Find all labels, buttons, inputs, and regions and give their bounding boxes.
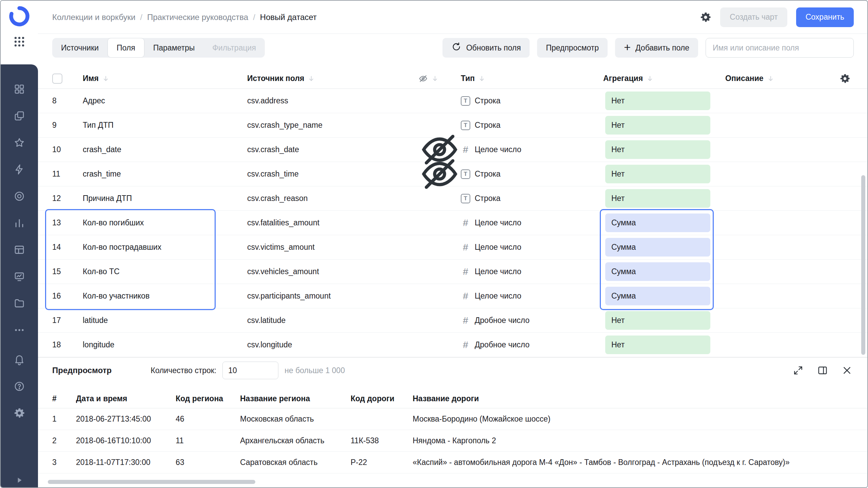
field-row[interactable]: 14Кол-во пострадавшихcsv.victims_amount#… bbox=[38, 235, 867, 260]
preview-cell: Москва-Бородино (Можайское шоссе) bbox=[413, 414, 857, 424]
number-type-icon: # bbox=[461, 266, 470, 277]
field-row[interactable]: 8Адресcsv.addressTСтрокаНет bbox=[38, 89, 867, 113]
help-icon[interactable] bbox=[14, 381, 25, 392]
column-header-name[interactable]: Имя bbox=[83, 74, 247, 83]
field-name[interactable]: Кол-во погибших bbox=[83, 218, 247, 227]
field-row[interactable]: 18longitudecsv.longitude#Дробное числоНе… bbox=[38, 333, 867, 357]
bar-chart-icon[interactable] bbox=[14, 217, 25, 229]
field-name[interactable]: Причина ДТП bbox=[83, 194, 247, 203]
table-grid-icon[interactable] bbox=[14, 244, 25, 256]
rows-count-label: Количество строк: bbox=[151, 366, 216, 375]
aggregation-select[interactable]: Нет bbox=[605, 165, 710, 183]
number-type-icon: # bbox=[461, 242, 470, 253]
expand-icon[interactable] bbox=[793, 365, 804, 376]
field-name[interactable]: Кол-во участников bbox=[83, 291, 247, 301]
field-name[interactable]: longitude bbox=[83, 340, 247, 349]
field-type[interactable]: TСтрока bbox=[461, 96, 603, 106]
datalens-logo-icon[interactable] bbox=[8, 5, 31, 28]
apps-grid-icon[interactable] bbox=[13, 35, 26, 48]
refresh-fields-button[interactable]: Обновить поля bbox=[442, 38, 530, 58]
preview-button-label: Предпросмотр bbox=[546, 43, 599, 53]
save-button[interactable]: Сохранить bbox=[796, 7, 854, 27]
field-name[interactable]: Тип ДТП bbox=[83, 121, 247, 130]
column-header-source[interactable]: Источник поля bbox=[247, 74, 418, 83]
table-settings-gear-icon[interactable] bbox=[840, 73, 850, 84]
tab-источники[interactable]: Источники bbox=[52, 38, 107, 58]
more-dots-icon[interactable] bbox=[14, 324, 25, 336]
gear-icon[interactable] bbox=[14, 407, 25, 419]
sidebar-nav-panel bbox=[1, 64, 38, 487]
field-name[interactable]: latitude bbox=[83, 316, 247, 325]
field-type[interactable]: #Дробное число bbox=[461, 315, 603, 326]
aggregation-select[interactable]: Нет bbox=[605, 311, 710, 330]
collapse-arrow-icon[interactable] bbox=[1, 476, 38, 485]
column-header-aggregation[interactable]: Агрегация bbox=[603, 74, 715, 83]
column-header-description[interactable]: Описание bbox=[715, 73, 861, 84]
select-all-checkbox[interactable] bbox=[52, 74, 62, 84]
field-name[interactable]: Кол-во ТС bbox=[83, 267, 247, 276]
field-type-label: Строка bbox=[475, 194, 500, 203]
field-source: csv.crash_reason bbox=[247, 194, 418, 203]
field-type[interactable]: #Целое число bbox=[461, 291, 603, 302]
aggregation-select[interactable]: Нет bbox=[605, 116, 710, 135]
sort-icon bbox=[102, 75, 110, 82]
breadcrumb-item[interactable]: Практические руководства bbox=[147, 13, 248, 22]
field-type[interactable]: #Целое число bbox=[461, 218, 603, 228]
field-source: csv.participants_amount bbox=[247, 291, 418, 301]
breadcrumb-item[interactable]: Коллекции и воркбуки bbox=[52, 13, 135, 22]
aggregation-cell: Сумма bbox=[603, 214, 715, 232]
target-icon[interactable] bbox=[14, 190, 25, 202]
field-type[interactable]: TСтрока bbox=[461, 169, 603, 179]
monitor-icon[interactable] bbox=[14, 271, 25, 282]
field-name[interactable]: Адрес bbox=[83, 96, 247, 105]
column-header-hidden[interactable] bbox=[418, 74, 461, 83]
aggregation-select[interactable]: Нет bbox=[605, 92, 710, 110]
add-field-button[interactable]: + Добавить поле bbox=[615, 38, 698, 58]
aggregation-select[interactable]: Нет bbox=[605, 189, 710, 208]
rows-count-input[interactable] bbox=[222, 362, 278, 379]
field-row[interactable]: 11crash_timecsv.crash_timeTСтрокаНет bbox=[38, 162, 867, 186]
bell-icon[interactable] bbox=[14, 354, 25, 365]
aggregation-select[interactable]: Нет bbox=[605, 140, 710, 159]
field-type[interactable]: #Дробное число bbox=[461, 340, 603, 350]
preview-cell: 11К-538 bbox=[351, 436, 413, 445]
field-type[interactable]: TСтрока bbox=[461, 194, 603, 203]
close-icon[interactable] bbox=[842, 365, 852, 376]
aggregation-select[interactable]: Сумма bbox=[605, 214, 710, 232]
squares-dashboard-icon[interactable] bbox=[14, 83, 25, 95]
horizontal-scrollbar[interactable] bbox=[48, 480, 255, 484]
vertical-scrollbar[interactable] bbox=[861, 175, 865, 355]
tab-поля[interactable]: Поля bbox=[107, 38, 144, 58]
field-type[interactable]: TСтрока bbox=[461, 121, 603, 130]
field-row[interactable]: 13Кол-во погибшихcsv.fatalities_amount#Ц… bbox=[38, 211, 867, 235]
tab-фильтрация: Фильтрация bbox=[203, 38, 265, 58]
field-type[interactable]: #Целое число bbox=[461, 144, 603, 155]
field-type-label: Целое число bbox=[475, 267, 521, 276]
field-name[interactable]: crash_date bbox=[83, 145, 247, 154]
preview-cell: 3 bbox=[52, 458, 76, 467]
field-type[interactable]: #Целое число bbox=[461, 242, 603, 253]
aggregation-select[interactable]: Сумма bbox=[605, 287, 710, 305]
aggregation-select[interactable]: Сумма bbox=[605, 238, 710, 257]
field-type[interactable]: #Целое число bbox=[461, 266, 603, 277]
folder-icon[interactable] bbox=[14, 298, 25, 309]
field-row[interactable]: 17latitudecsv.latitude#Дробное числоНет bbox=[38, 308, 867, 333]
field-name[interactable]: Кол-во пострадавших bbox=[83, 243, 247, 252]
field-name[interactable]: crash_time bbox=[83, 169, 247, 179]
column-header-type[interactable]: Тип bbox=[461, 74, 603, 83]
split-view-icon[interactable] bbox=[817, 365, 828, 376]
settings-gear-icon[interactable] bbox=[700, 12, 711, 23]
lightning-icon[interactable] bbox=[14, 164, 25, 175]
aggregation-select[interactable]: Сумма bbox=[605, 262, 710, 281]
create-chart-button[interactable]: Создать чарт bbox=[720, 7, 787, 27]
layers-icon[interactable] bbox=[14, 110, 25, 122]
eye-crossed-icon[interactable] bbox=[418, 153, 461, 195]
tab-параметры[interactable]: Параметры bbox=[144, 38, 204, 58]
number-type-icon: # bbox=[461, 291, 470, 302]
preview-button[interactable]: Предпросмотр bbox=[537, 38, 608, 58]
field-row[interactable]: 15Кол-во ТСcsv.vehicles_amount#Целое чис… bbox=[38, 260, 867, 284]
field-row[interactable]: 16Кол-во участниковcsv.participants_amou… bbox=[38, 284, 867, 308]
aggregation-select[interactable]: Нет bbox=[605, 336, 710, 354]
field-search-input[interactable] bbox=[706, 38, 854, 58]
star-icon[interactable] bbox=[14, 137, 25, 148]
